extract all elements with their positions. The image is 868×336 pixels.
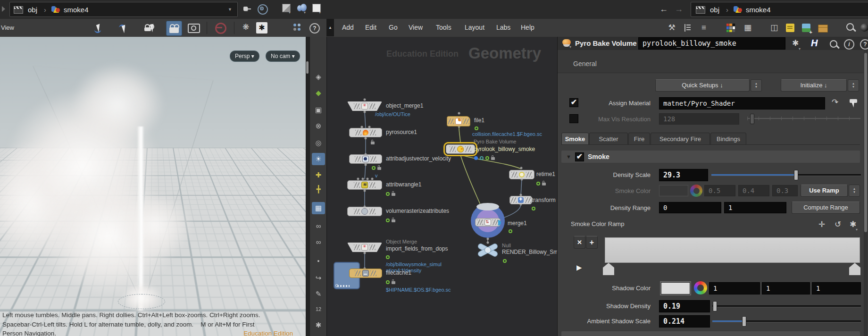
smoke-color-swatch[interactable]: [659, 185, 688, 196]
quick-setups-spinner[interactable]: ▲▼: [751, 79, 762, 92]
display-settings-icon[interactable]: ✱: [256, 22, 267, 34]
color-ramp-bar[interactable]: [605, 237, 860, 263]
quick-setups-button[interactable]: Quick Setups ↓: [655, 79, 750, 92]
initialize-button[interactable]: Initialize ↓: [781, 79, 847, 92]
node-attribwrangle1[interactable]: ≋: [347, 180, 382, 190]
collapse-triangle-icon[interactable]: ▼: [566, 154, 571, 160]
menu-tools[interactable]: Tools: [436, 24, 451, 31]
shadow-density-slider[interactable]: [712, 305, 861, 307]
breadcrumb-node[interactable]: smoke4: [746, 6, 771, 14]
grid-plane-icon[interactable]: ◈: [312, 71, 325, 83]
display-options-icon[interactable]: ✱: [312, 319, 325, 331]
shadow-density-field[interactable]: 0.19: [659, 300, 710, 312]
add-light-alt-icon[interactable]: ╋: [312, 183, 325, 195]
menu-edit[interactable]: Edit: [365, 24, 376, 31]
node-label[interactable]: filecache1: [386, 269, 411, 276]
node-pyrolook-selected[interactable]: [446, 144, 475, 154]
pane-divider[interactable]: [306, 37, 309, 336]
level-badge[interactable]: 12: [312, 303, 325, 315]
use-ramp-button[interactable]: Use Ramp: [801, 185, 848, 197]
shadow-color-g[interactable]: 1: [762, 282, 810, 294]
ramp-handle-left[interactable]: [603, 263, 614, 275]
ambient-shadow-slider-handle[interactable]: [742, 316, 746, 327]
shaded-play-icon[interactable]: ∞: [312, 236, 325, 248]
search-icon[interactable]: [830, 40, 837, 48]
probe-icon[interactable]: ✎: [312, 288, 325, 300]
use-ramp-spinner[interactable]: ▲▼: [849, 185, 860, 197]
menu-help[interactable]: Help: [521, 24, 534, 31]
density-range-max-field[interactable]: 1: [724, 202, 786, 213]
visibility-eye-icon[interactable]: [860, 24, 868, 32]
select-tool-icon[interactable]: [119, 23, 131, 34]
node-attribadjustvector[interactable]: [349, 154, 382, 164]
radial-menu-icon[interactable]: [258, 4, 268, 15]
sticky-note-icon[interactable]: [786, 24, 794, 32]
max-vis-slider-handle[interactable]: [750, 114, 754, 124]
menu-labs[interactable]: Labs: [496, 24, 510, 31]
next-section-strip[interactable]: [561, 331, 860, 336]
background-image-icon[interactable]: [802, 24, 810, 32]
shadow-color-b[interactable]: 1: [812, 282, 861, 294]
ramp-options-gear-icon[interactable]: ✱▾: [850, 220, 856, 229]
tab-smoke[interactable]: Smoke: [561, 133, 589, 145]
pane-expand-icon[interactable]: [2, 6, 5, 12]
breadcrumb-root[interactable]: obj: [28, 6, 37, 14]
houdini-logo-icon[interactable]: H: [811, 38, 818, 49]
persp-button[interactable]: Persp ▾: [230, 50, 259, 62]
pin-icon[interactable]: [242, 5, 251, 13]
scrollbar-thumb[interactable]: [864, 53, 867, 232]
density-range-min-field[interactable]: 0: [659, 202, 721, 213]
tab-secondary-fire[interactable]: Secondary Fire: [651, 133, 710, 145]
point-marker-icon[interactable]: ●: [312, 255, 325, 267]
node-label[interactable]: pyrosource1: [386, 129, 417, 135]
render-region-icon[interactable]: ❋: [241, 22, 251, 33]
zoom-region-icon[interactable]: [188, 24, 200, 33]
ramp-delete-point-button[interactable]: ✕: [574, 236, 585, 249]
shadow-color-wheel-icon[interactable]: [694, 281, 707, 294]
ramp-add-point-button[interactable]: +: [586, 236, 598, 249]
tumble-tool-icon[interactable]: [94, 23, 107, 34]
shadow-color-r[interactable]: 1: [709, 282, 760, 294]
density-scale-slider-handle[interactable]: [794, 170, 798, 180]
info-icon[interactable]: i: [844, 39, 854, 50]
tab-scatter[interactable]: Scatter: [589, 133, 628, 145]
snap-cube-icon[interactable]: ▾: [282, 4, 292, 14]
node-label[interactable]: import_fields_from_dops: [386, 245, 448, 252]
smoke-section-checkbox[interactable]: ✔: [575, 152, 584, 161]
node-label[interactable]: attribwrangle1: [386, 181, 421, 188]
color-palette-icon[interactable]: [726, 24, 735, 32]
help-icon[interactable]: ?: [860, 39, 868, 50]
scrollbar-track[interactable]: [864, 50, 868, 336]
uv-viewport-icon[interactable]: ◆: [312, 87, 325, 99]
node-label[interactable]: object_merge1: [386, 102, 423, 109]
camera-pan-tool-icon[interactable]: [144, 23, 159, 34]
node-import-fields[interactable]: ✳: [347, 243, 382, 252]
no-entry-icon[interactable]: [215, 23, 226, 34]
smoke-color-g[interactable]: 0.4: [738, 185, 769, 196]
node-merge1[interactable]: ⇅: [475, 218, 501, 227]
network-breadcrumb[interactable]: obj › smoke4 ▼: [691, 2, 868, 17]
density-scale-field[interactable]: 29.3: [659, 169, 708, 181]
node-pyrosource1[interactable]: [349, 128, 382, 137]
menu-view[interactable]: View: [409, 24, 423, 31]
assign-material-field[interactable]: matnet/Pyro_Shader: [659, 97, 825, 109]
ramp-handle-right[interactable]: [849, 263, 860, 275]
menu-add[interactable]: Add: [342, 24, 354, 31]
search-icon[interactable]: [846, 23, 854, 31]
compute-range-button[interactable]: Compute Range: [792, 202, 860, 214]
node-picker-icon[interactable]: [849, 97, 860, 109]
tab-fire[interactable]: Fire: [628, 133, 650, 145]
gear-icon[interactable]: ✱▾: [792, 39, 799, 48]
lock-camera-icon[interactable]: ▣: [312, 104, 325, 116]
scroll-up-icon[interactable]: ▲: [326, 19, 334, 36]
layout-dots-icon[interactable]: [293, 24, 301, 31]
breadcrumb-root[interactable]: obj: [710, 6, 719, 14]
forward-icon[interactable]: →: [675, 5, 683, 13]
camera-button[interactable]: No cam ▾: [266, 50, 300, 62]
checker-cube-icon[interactable]: ▦: [312, 202, 325, 214]
smoke-color-wheel-icon[interactable]: [690, 185, 702, 197]
ambient-shadow-field[interactable]: 0.214: [659, 315, 710, 328]
node-name-field[interactable]: pyrolook_billowy_smoke: [638, 37, 785, 50]
ramp-move-icon[interactable]: ✛: [818, 220, 825, 229]
smoke-color-r[interactable]: 0.5: [704, 185, 735, 196]
